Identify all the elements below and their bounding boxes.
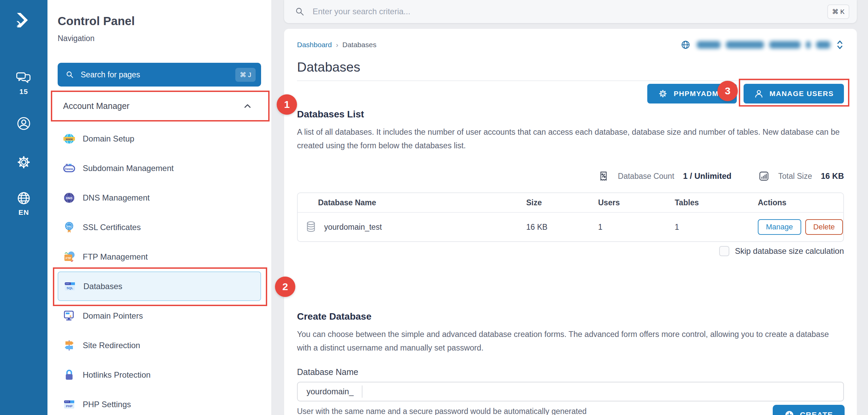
- col-size: Size: [526, 198, 598, 207]
- title-divider: [297, 80, 844, 81]
- search-icon: [65, 70, 75, 79]
- domain-selector[interactable]: [680, 39, 844, 51]
- ftp-icon: FTP: [63, 251, 75, 263]
- sidebar-item-ssl-certificates[interactable]: SSL SSL Certificates: [58, 212, 261, 242]
- breadcrumb: Dashboard › Databases: [297, 41, 376, 49]
- sidebar-item-site-redirection[interactable]: Site Redirection: [58, 331, 261, 360]
- redacted-domain-text: [816, 41, 830, 49]
- sidebar-item-dns-management[interactable]: DNS DNS Management: [58, 183, 261, 212]
- svg-text:SSL: SSL: [67, 225, 72, 228]
- redacted-domain-text: [769, 41, 801, 49]
- database-name-helper: User with the same name and a secure pas…: [297, 407, 844, 415]
- svg-text:FTP: FTP: [65, 256, 71, 260]
- sidebar-item-subdomain-management[interactable]: //www. Subdomain Management: [58, 153, 261, 183]
- skip-size-checkbox[interactable]: [719, 246, 729, 256]
- domain-pointers-icon: [63, 310, 75, 322]
- nav-menu: www Domain Setup //www. Subdomain Manage…: [58, 124, 261, 415]
- redacted-domain-text: [806, 41, 811, 49]
- input-caret-divider: [362, 385, 362, 398]
- total-size-icon: [758, 171, 769, 182]
- database-name-input[interactable]: yourdomain_: [297, 382, 844, 401]
- skip-size-label: Skip database size calculation: [735, 246, 844, 256]
- table-header-row: Database Name Size Users Tables Actions: [298, 193, 843, 213]
- sidebar-item-php-settings[interactable]: PHP PHP Settings: [58, 390, 261, 415]
- account-icon[interactable]: [15, 115, 33, 132]
- sidebar-item-label: SSL Certificates: [83, 223, 141, 232]
- svg-text:SQL: SQL: [66, 286, 73, 290]
- page-title: Databases: [297, 59, 844, 75]
- sidebar-item-label: FTP Management: [83, 252, 148, 262]
- manage-button[interactable]: Manage: [758, 219, 801, 235]
- hotlinks-lock-icon: [63, 369, 75, 381]
- plus-circle-icon: [784, 410, 794, 415]
- site-redirection-icon: [63, 339, 75, 352]
- svg-text://www.: //www.: [65, 167, 74, 171]
- global-search-shortcut: ⌘ K: [827, 4, 849, 19]
- navigation-panel: Control Panel Navigation Search for page…: [47, 0, 271, 415]
- sidebar-item-label: Databases: [83, 282, 122, 291]
- database-count-value: 1 / Unlimited: [683, 171, 732, 181]
- database-name: yourdomain_test: [324, 223, 382, 232]
- create-database-description: You can choose between the simple and ad…: [297, 327, 843, 355]
- svg-text:DNS: DNS: [66, 196, 72, 200]
- user-icon: [754, 89, 764, 99]
- global-search-bar: ⌘ K: [284, 0, 857, 23]
- annotation-circle-1: 1: [277, 94, 297, 115]
- nav-group-account-manager[interactable]: Account Manager: [52, 92, 268, 120]
- create-button[interactable]: CREATE: [773, 405, 845, 415]
- sidebar-item-label: Hotlinks Protection: [83, 370, 151, 380]
- total-size-value: 16 KB: [821, 171, 844, 181]
- sidebar-item-label: Domain Pointers: [83, 311, 143, 321]
- delete-button[interactable]: Delete: [805, 219, 843, 235]
- database-count-label: Database Count: [618, 172, 674, 181]
- sidebar-item-databases[interactable]: SQL Databases: [58, 271, 261, 301]
- database-count-icon: [598, 171, 609, 182]
- sidebar-item-domain-setup[interactable]: www Domain Setup: [58, 124, 261, 153]
- sidebar-item-hotlinks-protection[interactable]: Hotlinks Protection: [58, 360, 261, 390]
- redacted-domain-text: [697, 41, 721, 49]
- php-settings-icon: PHP: [63, 398, 75, 411]
- search-pages-label: Search for pages: [81, 70, 235, 79]
- sidebar-item-ftp-management[interactable]: FTP FTP Management: [58, 242, 261, 271]
- chevron-up-icon: [243, 102, 252, 111]
- database-size: 16 KB: [526, 223, 598, 232]
- databases-sql-icon: SQL: [64, 280, 76, 293]
- svg-text:PHP: PHP: [66, 404, 73, 408]
- annotation-circle-2: 2: [275, 277, 295, 297]
- database-name-label: Database Name: [297, 367, 844, 377]
- nav-title: Control Panel: [58, 14, 135, 28]
- redacted-domain-text: [726, 41, 764, 49]
- breadcrumb-dashboard-link[interactable]: Dashboard: [297, 41, 332, 49]
- svg-text:www: www: [65, 137, 73, 140]
- breadcrumb-separator: ›: [336, 41, 338, 49]
- manage-users-label: MANAGE USERS: [769, 90, 834, 98]
- annotation-circle-3: 3: [717, 81, 738, 101]
- col-actions: Actions: [758, 198, 843, 207]
- account-manager-label: Account Manager: [63, 101, 243, 111]
- total-size-label: Total Size: [778, 172, 812, 181]
- messages-icon[interactable]: [15, 70, 33, 87]
- manage-users-button[interactable]: MANAGE USERS: [744, 84, 844, 103]
- search-pages-shortcut: ⌘ J: [235, 68, 256, 82]
- brand-logo[interactable]: [13, 9, 35, 31]
- sidebar-item-domain-pointers[interactable]: Domain Pointers: [58, 301, 261, 331]
- domain-setup-icon: www: [63, 133, 75, 145]
- app-rail: 15 EN: [0, 0, 47, 415]
- sort-chevrons-icon: [836, 40, 844, 50]
- search-pages-button[interactable]: Search for pages ⌘ J: [58, 63, 261, 87]
- global-search-input[interactable]: [313, 7, 827, 16]
- gear-icon: [657, 88, 668, 99]
- dns-icon: DNS: [63, 192, 75, 204]
- language-globe-icon[interactable]: [15, 189, 33, 207]
- breadcrumb-current: Databases: [342, 41, 376, 49]
- table-row: yourdomain_test 16 KB 1 1 Manage Delete: [298, 213, 843, 241]
- database-stats: Database Count 1 / Unlimited Total Size …: [297, 169, 844, 183]
- sidebar-item-label: DNS Management: [83, 193, 150, 203]
- database-users: 1: [598, 223, 675, 232]
- messages-badge: 15: [0, 88, 47, 96]
- col-tables: Tables: [675, 198, 758, 207]
- databases-table: Database Name Size Users Tables Actions …: [297, 192, 844, 242]
- settings-gear-icon[interactable]: [15, 153, 33, 171]
- col-database-name: Database Name: [298, 198, 526, 207]
- sidebar-item-label: Site Redirection: [83, 341, 140, 350]
